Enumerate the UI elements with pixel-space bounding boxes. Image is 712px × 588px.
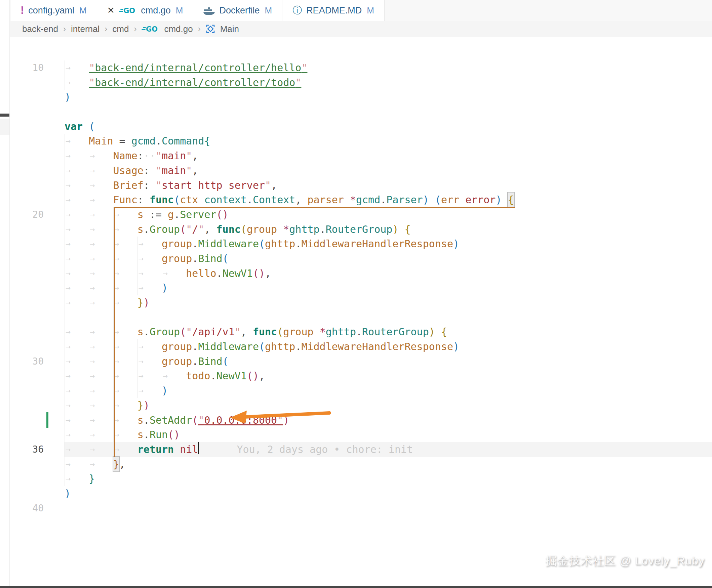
tab-whitespace: →	[89, 383, 113, 398]
tab-whitespace: →	[89, 398, 113, 413]
line-number	[10, 178, 44, 193]
line-number	[10, 222, 44, 237]
code-token: ,	[119, 457, 125, 472]
code-token	[83, 119, 89, 134]
annotation-arrow-icon	[229, 409, 336, 426]
tab-dockerfile[interactable]: DockerfileM	[193, 0, 282, 21]
code-line: →}	[10, 471, 712, 486]
code-token: }	[89, 471, 95, 486]
line-number	[10, 295, 44, 310]
modified-badge: M	[176, 5, 183, 16]
code-token: ··	[144, 148, 156, 163]
breadcrumb-item-file[interactable]: cmd.go	[164, 24, 192, 34]
code-editor[interactable]: 10→"back-end/internal/controller/hello"→…	[10, 37, 712, 588]
code-token: Main	[89, 134, 113, 148]
git-modified-line-indicator	[46, 412, 48, 428]
code-token: :	[138, 192, 149, 207]
gutter-padding	[44, 266, 64, 281]
bottom-strip	[0, 586, 712, 588]
breadcrumb-item-symbol[interactable]: Main	[220, 24, 239, 34]
code-token: .	[156, 134, 162, 148]
code-token: )	[423, 192, 429, 207]
code-line: →"back-end/internal/controller/todo"	[10, 75, 712, 90]
tab-whitespace: →	[64, 134, 89, 148]
tab-whitespace: →	[89, 251, 113, 266]
code-token: start http server	[162, 178, 265, 193]
code-token: "	[186, 148, 192, 163]
gutter-padding	[44, 207, 64, 222]
left-rail-gray-marker	[0, 119, 9, 135]
line-number	[10, 163, 44, 178]
tab-whitespace: →	[64, 178, 89, 193]
gutter-padding	[44, 222, 64, 237]
code-token: error	[465, 192, 495, 207]
tab-whitespace: →	[89, 369, 113, 383]
gutter-padding	[44, 61, 64, 75]
line-number: 10	[10, 61, 44, 75]
tab-whitespace: →	[89, 442, 113, 457]
code-token: Name	[113, 148, 138, 163]
tab-whitespace: →	[64, 398, 89, 413]
gutter-padding	[44, 236, 64, 251]
chevron-right-icon: ›	[134, 24, 137, 34]
tab-whitespace: →	[89, 324, 113, 339]
line-number: 40	[10, 501, 44, 516]
tab-bar: !config.yamlM✕GOcmd.goMDockerfileMⓘREADM…	[10, 0, 712, 21]
code-token: main	[162, 148, 186, 163]
line-number	[10, 310, 44, 325]
line-number	[10, 251, 44, 266]
gutter-padding	[44, 148, 64, 163]
code-line: →→Func: func(ctx context.Context, parser…	[10, 192, 712, 207]
line-number	[10, 324, 44, 339]
code-line: →→},	[10, 457, 712, 472]
code-token: "	[301, 61, 307, 75]
breadcrumb-item-back-end[interactable]: back-end	[22, 24, 58, 34]
tab-cmd-go[interactable]: ✕GOcmd.goM	[97, 0, 194, 21]
code-token: (	[435, 192, 441, 207]
chevron-right-icon: ›	[198, 24, 201, 34]
tab-whitespace: →	[64, 236, 89, 251]
code-line: var (	[10, 119, 712, 134]
code-token: gcmd	[356, 192, 380, 207]
tab-whitespace: →	[64, 324, 89, 339]
gutter-padding	[44, 398, 64, 413]
line-number	[10, 457, 44, 472]
code-token: parser	[308, 192, 344, 207]
tab-whitespace: →	[64, 369, 89, 383]
tab-config-yaml[interactable]: !config.yamlM	[10, 0, 97, 21]
tab-readme-md[interactable]: ⓘREADME.MDM	[282, 0, 385, 21]
gutter-padding	[44, 471, 64, 486]
code-token: "	[89, 61, 95, 75]
code-token: ,	[271, 178, 277, 193]
code-token: Context	[253, 192, 295, 207]
line-number	[10, 486, 44, 501]
code-line: →Main = gcmd.Command{	[10, 134, 712, 148]
gutter-padding	[44, 105, 64, 119]
tab-whitespace: →	[64, 251, 89, 266]
line-number	[10, 75, 44, 90]
code-token: "	[295, 75, 301, 90]
breadcrumb-item-cmd[interactable]: cmd	[112, 24, 129, 34]
code-token: (	[89, 119, 95, 134]
breadcrumb-item-internal[interactable]: internal	[71, 24, 100, 34]
line-number	[10, 148, 44, 163]
tab-whitespace: →	[64, 163, 89, 178]
close-icon[interactable]: ✕	[107, 5, 115, 16]
line-number: 30	[10, 354, 44, 369]
line-number	[10, 134, 44, 148]
tab-whitespace: →	[89, 427, 113, 442]
left-rail	[0, 0, 10, 588]
tab-whitespace: →	[89, 178, 113, 193]
tab-whitespace: →	[89, 192, 113, 207]
tab-whitespace: →	[89, 295, 113, 310]
gutter-padding	[44, 192, 64, 207]
gutter-padding	[44, 383, 64, 398]
code-token: .	[380, 192, 386, 207]
tab-whitespace	[64, 310, 89, 325]
line-number: 20	[10, 207, 44, 222]
code-line: )	[10, 90, 712, 105]
line-number	[10, 383, 44, 398]
gutter-padding	[44, 339, 64, 354]
gutter-padding	[44, 310, 64, 325]
info-icon: ⓘ	[292, 4, 302, 17]
